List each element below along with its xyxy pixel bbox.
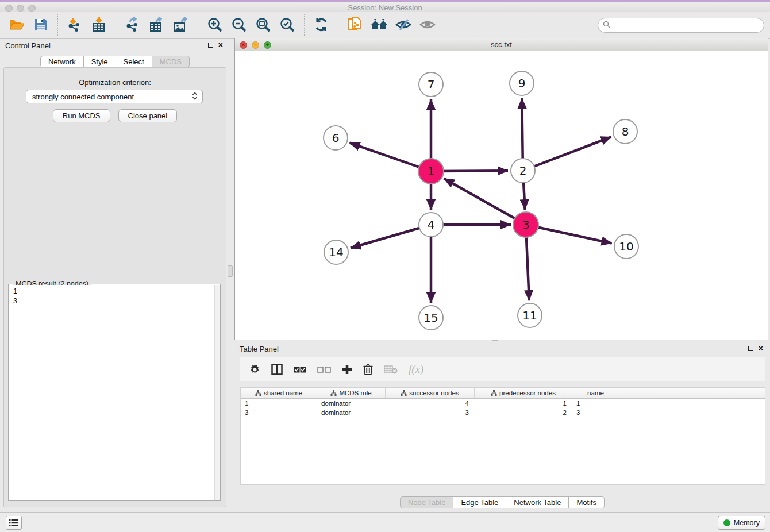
float-panel-icon[interactable] bbox=[748, 346, 753, 351]
graph-edge-3-1[interactable] bbox=[444, 179, 526, 225]
graph-edge-2-8[interactable] bbox=[523, 137, 611, 171]
optimization-criterion-select[interactable]: strongly connected component bbox=[26, 90, 203, 103]
export-network-button[interactable] bbox=[124, 16, 141, 35]
column-header-successor-nodes[interactable]: successor nodes bbox=[386, 388, 475, 398]
zoom-selected-button[interactable] bbox=[279, 16, 296, 35]
import-table-button[interactable] bbox=[90, 16, 107, 35]
column-header-mcds-role[interactable]: MCDS role bbox=[317, 388, 386, 398]
export-table-button[interactable] bbox=[148, 16, 165, 35]
dropdown-stepper-icon bbox=[192, 91, 198, 102]
table-row[interactable]: 3dominator323 bbox=[241, 408, 765, 417]
list-icon bbox=[9, 519, 18, 527]
svg-text:10: 10 bbox=[619, 240, 633, 253]
import-network-button[interactable] bbox=[66, 16, 83, 35]
graph-node-3[interactable]: 3 bbox=[513, 212, 538, 237]
network-documents-icon bbox=[348, 17, 363, 34]
apply-layout-button[interactable] bbox=[313, 16, 330, 35]
import-table-icon bbox=[92, 17, 106, 34]
column-type-icon bbox=[401, 390, 407, 396]
result-scrollbar[interactable] bbox=[214, 285, 220, 500]
export-image-icon bbox=[174, 17, 188, 34]
close-panel-icon[interactable]: × bbox=[218, 43, 223, 48]
run-mcds-button[interactable]: Run MCDS bbox=[53, 109, 110, 122]
column-header-predecessor-nodes[interactable]: predecessor nodes bbox=[475, 388, 572, 398]
graph-node-15[interactable]: 15 bbox=[419, 306, 443, 330]
toolbar-separator bbox=[304, 14, 305, 37]
column-header-name[interactable]: name bbox=[572, 388, 619, 398]
close-panel-button[interactable]: Close panel bbox=[118, 109, 178, 122]
show-all-button[interactable] bbox=[419, 16, 436, 35]
toolbar-separator bbox=[57, 14, 58, 37]
new-network-from-selection-button[interactable] bbox=[346, 16, 364, 35]
mcds-result-item[interactable]: 1 bbox=[13, 287, 214, 296]
graph-node-6[interactable]: 6 bbox=[324, 126, 348, 150]
graph-node-11[interactable]: 11 bbox=[518, 303, 542, 327]
show-columns-icon[interactable] bbox=[271, 364, 283, 375]
first-neighbors-button[interactable] bbox=[371, 16, 388, 35]
tab-node-table[interactable]: Node Table bbox=[400, 496, 454, 508]
export-image-button[interactable] bbox=[172, 16, 190, 35]
select-all-icon[interactable] bbox=[294, 367, 306, 373]
column-type-icon bbox=[330, 390, 337, 396]
tab-network-table[interactable]: Network Table bbox=[506, 496, 569, 508]
table-body[interactable]: 1dominator4113dominator323 bbox=[241, 399, 765, 484]
panel-divider-handle[interactable] bbox=[228, 265, 233, 277]
table-cell-successor_nodes: 3 bbox=[386, 408, 475, 417]
tab-network[interactable]: Network bbox=[40, 56, 84, 68]
mcds-result-group: MCDS result (2 nodes) 13 bbox=[8, 284, 221, 501]
open-file-button[interactable] bbox=[8, 16, 25, 35]
column-header-shared-name[interactable]: shared name bbox=[241, 388, 317, 398]
graph-node-4[interactable]: 4 bbox=[419, 213, 443, 237]
graph-node-8[interactable]: 8 bbox=[613, 119, 637, 144]
tab-motifs[interactable]: Motifs bbox=[569, 496, 605, 508]
table-header-row: shared name MCDS role successor nodes pr… bbox=[241, 388, 765, 399]
mcds-result-item[interactable]: 3 bbox=[13, 296, 214, 306]
toolbar-separator bbox=[198, 14, 198, 37]
zoom-out-button[interactable] bbox=[230, 16, 248, 35]
svg-text:6: 6 bbox=[332, 131, 340, 145]
mcds-result-list[interactable]: 13 bbox=[9, 285, 214, 500]
task-history-button[interactable] bbox=[6, 516, 22, 530]
tab-edge-table[interactable]: Edge Table bbox=[453, 496, 506, 508]
search-icon bbox=[603, 20, 610, 30]
zoom-fit-button[interactable] bbox=[255, 16, 272, 35]
network-view-window: × − + scc.txt 7968124314101511 bbox=[234, 38, 768, 340]
delete-icon[interactable] bbox=[363, 364, 373, 375]
table-cell-mcds_role: dominator bbox=[317, 408, 386, 417]
settings-gear-icon[interactable] bbox=[249, 364, 260, 375]
tab-select[interactable]: Select bbox=[116, 56, 152, 68]
unselect-all-icon[interactable] bbox=[317, 367, 331, 373]
close-panel-icon[interactable]: × bbox=[759, 346, 763, 351]
save-session-button[interactable] bbox=[32, 16, 49, 35]
network-window-titlebar[interactable]: × − + scc.txt bbox=[235, 38, 768, 51]
function-builder-icon[interactable]: f(x) bbox=[409, 363, 424, 376]
float-panel-icon[interactable] bbox=[208, 43, 213, 48]
graph-node-1[interactable]: 1 bbox=[418, 159, 444, 184]
svg-text:14: 14 bbox=[329, 245, 343, 259]
graph-node-7[interactable]: 7 bbox=[419, 72, 443, 97]
graph-node-2[interactable]: 2 bbox=[511, 159, 535, 183]
svg-text:2: 2 bbox=[519, 164, 527, 178]
search-field[interactable] bbox=[598, 18, 764, 33]
network-canvas[interactable]: 7968124314101511 bbox=[235, 51, 768, 340]
export-network-icon bbox=[125, 17, 140, 34]
titlebar: Session: New Session bbox=[0, 2, 770, 12]
tab-style[interactable]: Style bbox=[84, 56, 116, 68]
hide-selected-button[interactable] bbox=[395, 16, 412, 35]
table-cell-predecessor_nodes: 2 bbox=[475, 408, 572, 417]
table-row[interactable]: 1dominator411 bbox=[241, 399, 765, 408]
search-input[interactable] bbox=[613, 21, 759, 30]
zoom-in-button[interactable] bbox=[206, 16, 224, 35]
svg-text:15: 15 bbox=[424, 311, 438, 325]
control-panel-tabs: Network Style Select MCDS bbox=[0, 56, 230, 68]
graph-node-14[interactable]: 14 bbox=[324, 240, 348, 264]
add-icon[interactable] bbox=[342, 364, 352, 375]
svg-text:1: 1 bbox=[428, 164, 435, 178]
memory-button[interactable]: Memory bbox=[718, 516, 765, 530]
network-graph[interactable]: 7968124314101511 bbox=[235, 51, 768, 340]
delete-table-icon[interactable] bbox=[384, 365, 398, 374]
tab-mcds[interactable]: MCDS bbox=[152, 56, 190, 68]
graph-node-10[interactable]: 10 bbox=[614, 234, 638, 259]
graph-node-9[interactable]: 9 bbox=[510, 71, 534, 95]
main-toolbar bbox=[0, 12, 770, 39]
